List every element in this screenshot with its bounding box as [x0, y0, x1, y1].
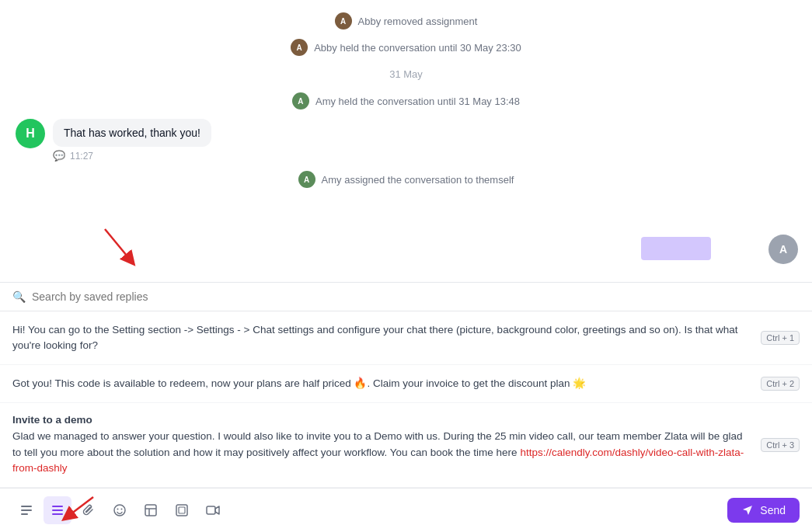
- frame-icon: [175, 503, 189, 517]
- reply-link[interactable]: https://calendly.com/dashly/video-call-w…: [12, 447, 744, 474]
- saved-replies-panel: 🔍 Hi! You can go to the Setting section …: [0, 282, 812, 489]
- template-button[interactable]: [137, 496, 165, 524]
- svg-point-8: [121, 509, 123, 510]
- svg-rect-9: [145, 505, 156, 516]
- message-bubble: That has worked, thank you!: [53, 119, 211, 147]
- emoji-button[interactable]: [106, 496, 134, 524]
- svg-rect-1: [21, 509, 32, 511]
- list-item[interactable]: Invite to a demo Glad we managed to answ…: [0, 403, 812, 488]
- reply-text: Got you! This code is available to redee…: [12, 376, 800, 391]
- shortcut-badge: Ctrl + 2: [761, 377, 800, 391]
- svg-point-7: [117, 509, 119, 510]
- toolbar: Send: [0, 488, 812, 532]
- shortcut-badge: Ctrl + 3: [761, 438, 800, 452]
- frame-button[interactable]: [168, 496, 196, 524]
- chat-container: A Abby removed assignment A Abby held th…: [0, 0, 812, 532]
- abby-avatar-2: A: [291, 39, 308, 56]
- user-avatar: H: [16, 119, 45, 148]
- system-message-text: Abby held the conversation until 30 May …: [314, 42, 521, 54]
- text-icon: [19, 503, 33, 517]
- svg-rect-5: [52, 513, 63, 515]
- send-button[interactable]: Send: [727, 498, 800, 523]
- send-icon: [741, 504, 754, 516]
- amy-avatar: A: [292, 92, 309, 110]
- svg-rect-4: [52, 509, 63, 511]
- template-icon: [144, 503, 158, 517]
- date-divider: 31 May: [16, 65, 796, 83]
- svg-rect-12: [207, 506, 215, 514]
- text-format-button[interactable]: [12, 496, 40, 524]
- saved-replies-button[interactable]: [44, 496, 71, 524]
- svg-rect-11: [179, 507, 185, 513]
- video-icon: [206, 503, 220, 517]
- attachment-icon: [82, 503, 96, 517]
- svg-rect-2: [21, 513, 28, 515]
- list-item[interactable]: Hi! You can go to the Setting section ->…: [0, 311, 812, 366]
- system-message-text: Abby removed assignment: [358, 16, 478, 27]
- attachment-button[interactable]: [75, 496, 103, 524]
- svg-rect-10: [176, 505, 187, 516]
- action-button-overlay[interactable]: [641, 237, 711, 260]
- system-message-text: Amy assigned the conversation to themsel…: [322, 174, 514, 186]
- shortcut-badge: Ctrl + 1: [761, 331, 800, 345]
- message-meta: 💬 11:27: [53, 150, 211, 162]
- list-item[interactable]: Got you! This code is available to redee…: [0, 365, 812, 403]
- user-message-row: H That has worked, thank you! 💬 11:27: [16, 119, 796, 162]
- reply-text: Glad we managed to answer your question.…: [12, 429, 800, 476]
- svg-rect-0: [21, 506, 32, 507]
- reply-title: Invite to a demo: [12, 414, 800, 426]
- system-message-text: Amy held the conversation until 31 May 1…: [315, 96, 520, 107]
- search-input[interactable]: [32, 290, 800, 303]
- amy-avatar-2: A: [298, 171, 315, 188]
- system-message: A Amy assigned the conversation to thems…: [16, 171, 796, 188]
- system-message: A Abby held the conversation until 30 Ma…: [16, 39, 796, 56]
- system-message: A Amy held the conversation until 31 May…: [16, 92, 796, 110]
- saved-replies-list: Hi! You can go to the Setting section ->…: [0, 311, 812, 489]
- abby-avatar: A: [335, 12, 352, 30]
- emoji-icon: [113, 503, 127, 517]
- reply-icon: 💬: [53, 150, 65, 162]
- search-icon: 🔍: [12, 290, 26, 303]
- system-message: A Abby removed assignment: [16, 12, 796, 30]
- agent-avatar: A: [768, 235, 798, 264]
- saved-replies-icon: [51, 503, 64, 517]
- svg-rect-3: [52, 506, 63, 507]
- search-bar: 🔍: [0, 283, 812, 311]
- reply-text: Hi! You can go to the Setting section ->…: [12, 322, 800, 354]
- video-button[interactable]: [199, 496, 227, 524]
